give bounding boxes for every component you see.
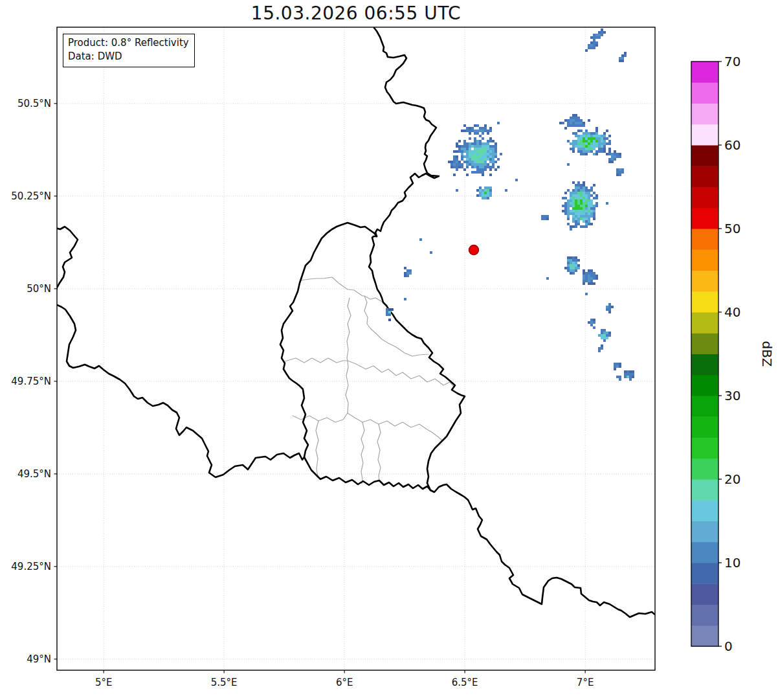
radar-echo-blob: [404, 267, 412, 277]
colorbar-band: [691, 291, 718, 313]
colorbar-band: [691, 166, 718, 187]
product-info-line1: Product: 0.8° Reflectivity: [68, 36, 189, 50]
colorbar-band: [691, 104, 718, 125]
colorbar-band: [691, 521, 718, 543]
radar-echo-blob: [588, 319, 595, 329]
colorbar-band: [691, 208, 718, 229]
colorbar-band: [691, 396, 718, 417]
colorbar-tick-label: 70: [724, 54, 740, 69]
colorbar-band: [691, 605, 718, 626]
colorbar-band: [691, 479, 718, 501]
colorbar-band: [691, 271, 718, 292]
colorbar-band: [691, 145, 718, 166]
luxembourg-border: [280, 223, 465, 490]
country-border-line: [430, 484, 656, 617]
canton-border-line: [371, 329, 428, 356]
radar-echo-speck: [606, 202, 608, 205]
y-tick-label: 49.5°N: [17, 468, 51, 480]
x-tick-label: 6.5°E: [452, 677, 478, 688]
axes-frame: [57, 27, 655, 670]
x-tick-label: 5.5°E: [211, 677, 238, 688]
canton-border-line: [364, 296, 371, 329]
colorbar-band: [691, 82, 718, 104]
canton-border-line: [300, 277, 383, 302]
radar-echo-speck: [570, 228, 572, 231]
country-border-line: [374, 28, 439, 236]
radar-echo-blob: [559, 114, 590, 130]
y-tick-label: 50.5°N: [17, 98, 51, 109]
colorbar-axis-label: dBZ: [759, 341, 775, 367]
canton-border-line: [285, 358, 348, 363]
radar-echo-speck: [456, 189, 458, 192]
product-info-line2: Data: DWD: [68, 50, 189, 63]
colorbar-tick-label: 0: [724, 638, 733, 654]
radar-echo-blob: [619, 52, 627, 62]
colorbar-band: [691, 229, 718, 250]
radar-echo-blob: [476, 186, 492, 199]
axis-tick-labels: 5°E5.5°E6°E6.5°E7°E50.5°N50.25°N50°N49.7…: [11, 98, 594, 688]
radar-echo-speck: [497, 122, 500, 124]
colorbar-tick-label: 60: [724, 137, 740, 153]
country-border-line: [56, 227, 78, 293]
colorbar-tick-label: 40: [724, 304, 740, 320]
country-borders: [56, 28, 656, 617]
colorbar-tick-label: 50: [724, 221, 740, 236]
colorbar-band: [691, 438, 718, 459]
radar-echo-blob: [562, 181, 598, 228]
y-tick-label: 49.75°N: [11, 376, 51, 387]
y-tick-label: 50°N: [27, 283, 51, 295]
canton-border-line: [346, 298, 351, 413]
canton-border-line: [377, 424, 381, 481]
radar-echo-blob: [461, 124, 492, 135]
radar-echo-blob: [564, 256, 580, 275]
figure: 15.03.2026 06:55 UTC Product: 0.8° Refle…: [0, 0, 778, 700]
colorbar-band: [691, 375, 718, 396]
map-borders: [56, 28, 656, 617]
y-tick-label: 49.25°N: [11, 561, 51, 572]
colorbar-band: [691, 416, 718, 438]
x-tick-label: 7°E: [577, 677, 594, 688]
colorbar-band: [691, 626, 718, 647]
radar-echo-speck: [567, 163, 570, 166]
y-tick-label: 49°N: [27, 653, 51, 665]
colorbar-band: [691, 62, 718, 83]
colorbar-band: [691, 124, 718, 146]
radar-echo-blob: [448, 150, 461, 176]
radar-echo-blob: [606, 303, 614, 313]
radar-echo-blob: [590, 28, 606, 41]
canton-border-line: [348, 413, 442, 440]
radar-echo-blob: [614, 363, 621, 370]
radar-echo-blob: [585, 41, 598, 52]
colorbar-tick-label: 20: [724, 471, 740, 487]
radar-map-figure: 5°E5.5°E6°E6.5°E7°E50.5°N50.25°N50°N49.7…: [0, 0, 778, 700]
colorbar-band: [691, 354, 718, 376]
colorbar: 010203040506070dBZ: [691, 54, 775, 654]
radar-echo-speck: [546, 277, 549, 280]
canton-border-line: [361, 422, 364, 484]
latlon-gridlines: [57, 27, 655, 670]
radar-echo-blob: [616, 376, 621, 381]
radar-echo-blob: [598, 329, 611, 342]
country-border-line: [56, 304, 304, 477]
radar-echoes: [386, 28, 634, 381]
product-info-box: Product: 0.8° Reflectivity Data: DWD: [63, 34, 195, 67]
colorbar-band: [691, 333, 718, 354]
radar-echo-blob: [541, 215, 549, 220]
x-tick-label: 5°E: [95, 677, 113, 688]
radar-echo-blob: [624, 370, 634, 381]
radar-echo-blob: [616, 168, 624, 176]
radar-echo-blob: [598, 344, 603, 352]
colorbar-band: [691, 500, 718, 521]
colorbar-tick-label: 10: [724, 555, 740, 570]
radar-echo-speck: [404, 298, 406, 300]
canton-border-line: [316, 421, 318, 477]
radar-echo-blob: [583, 269, 598, 285]
colorbar-band: [691, 583, 718, 605]
colorbar-band: [691, 563, 718, 584]
x-tick-label: 6°E: [336, 677, 353, 688]
colorbar-band: [691, 312, 718, 333]
station-marker: [469, 245, 479, 255]
radar-echo-blob: [567, 127, 611, 155]
colorbar-band: [691, 187, 718, 209]
colorbar-band: [691, 249, 718, 271]
